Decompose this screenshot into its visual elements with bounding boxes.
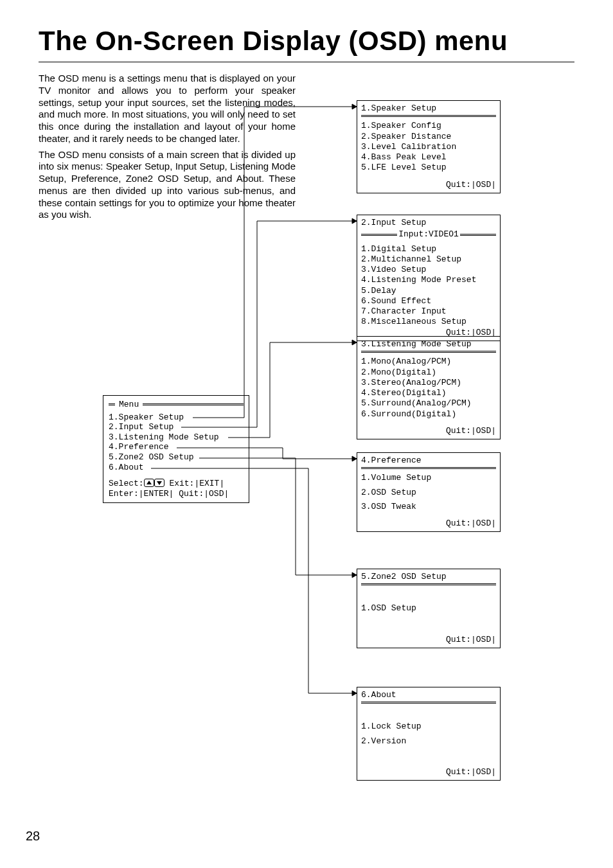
menu-item[interactable]: 1.Speaker Setup (109, 412, 244, 423)
submenu-title: 6.About (361, 690, 496, 700)
submenu-panel: 3.Listening Mode Setup1.Mono(Analog/PCM)… (357, 336, 501, 439)
svg-marker-5 (352, 691, 357, 696)
intro-block: The OSD menu is a settings menu that is … (39, 73, 296, 221)
submenu-items: 1.OSD Setup (361, 603, 496, 614)
menu-item[interactable]: 3.Listening Mode Setup (109, 432, 244, 443)
submenu-item[interactable]: 4.Bass Peak Level (361, 152, 496, 163)
svg-marker-3 (352, 456, 357, 461)
main-menu-items: 1.Speaker Setup 2.Input Setup 3.Listenin… (109, 412, 244, 473)
submenu-title: 2.Input Setup (361, 218, 496, 228)
submenu-items: 1.Speaker Config2.Speaker Distance3.Leve… (361, 121, 496, 173)
quit-label: Quit:|OSD| (361, 426, 496, 436)
submenu-item[interactable]: 1.Digital Setup (361, 244, 496, 254)
submenu-item[interactable]: 1.Volume Setup (361, 473, 496, 483)
title-rule (39, 62, 574, 62)
svg-marker-1 (352, 218, 357, 224)
submenu-rule (361, 583, 496, 585)
down-arrow-icon (154, 479, 164, 487)
submenu-items: 1.Lock Setup2.Version (361, 722, 496, 747)
svg-marker-0 (352, 104, 357, 109)
submenu-title: 1.Speaker Setup (361, 103, 496, 114)
rule-left (109, 403, 115, 405)
main-menu-title-row: Menu (109, 400, 244, 410)
footer-line-1: Select: Exit:|EXIT| (109, 479, 244, 489)
submenu-rule (361, 115, 496, 117)
page: The On-Screen Display (OSD) menu The OSD… (0, 0, 613, 868)
submenu-item[interactable]: 7.Character Input (361, 306, 496, 317)
quit-label: Quit:|OSD| (361, 518, 496, 529)
submenu-item[interactable]: 2.Mono(Digital) (361, 368, 496, 378)
submenu-title: 3.Listening Mode Setup (361, 339, 496, 350)
submenu-panel: 6.About1.Lock Setup2.VersionQuit:|OSD| (357, 687, 501, 781)
submenu-item[interactable]: 8.Miscellaneous Setup (361, 317, 496, 327)
intro-paragraph-2: The OSD menu consists of a main screen t… (39, 149, 296, 222)
submenu-panel: 5.Zone2 OSD Setup1.OSD SetupQuit:|OSD| (357, 569, 501, 648)
up-arrow-icon (144, 479, 154, 487)
submenu-item[interactable]: 3.Video Setup (361, 265, 496, 275)
footer-line-2: Enter:|ENTER| Quit:|OSD| (109, 489, 244, 499)
submenu-items: 1.Mono(Analog/PCM)2.Mono(Digital)3.Stere… (361, 357, 496, 420)
submenu-rule (361, 702, 496, 704)
quit-label: Quit:|OSD| (361, 180, 496, 190)
submenu-items: 1.Volume Setup2.OSD Setup3.OSD Tweak (361, 473, 496, 512)
submenu-item[interactable]: 3.OSD Tweak (361, 502, 496, 512)
submenu-item[interactable]: 3.Stereo(Analog/PCM) (361, 378, 496, 388)
submenu-item[interactable]: 1.Speaker Config (361, 121, 496, 131)
main-menu-footer: Select: Exit:|EXIT| Enter:|ENTER| Quit:|… (109, 479, 244, 499)
submenu-item[interactable]: 2.OSD Setup (361, 488, 496, 498)
submenu-item[interactable]: 3.Level Calibration (361, 142, 496, 152)
submenu-item[interactable]: 4.Listening Mode Preset (361, 275, 496, 285)
main-menu-panel: Menu 1.Speaker Setup 2.Input Setup 3.Lis… (103, 395, 249, 503)
page-number: 28 (26, 829, 40, 844)
submenu-item[interactable]: 6.Sound Effect (361, 296, 496, 306)
svg-marker-2 (352, 340, 357, 345)
submenu-item[interactable]: 5.LFE Level Setup (361, 163, 496, 173)
submenu-item[interactable]: 1.OSD Setup (361, 603, 496, 614)
submenu-banner: Input:VIDEO1 (361, 229, 496, 240)
rule-right (143, 403, 244, 405)
submenu-item[interactable]: 1.Lock Setup (361, 722, 496, 732)
submenu-item[interactable]: 2.Version (361, 736, 496, 747)
submenu-panel: 4.Preference1.Volume Setup2.OSD Setup3.O… (357, 452, 501, 532)
submenu-item[interactable]: 1.Mono(Analog/PCM) (361, 357, 496, 367)
submenu-item[interactable]: 5.Surround(Analog/PCM) (361, 398, 496, 409)
submenu-panel: 2.Input SetupInput:VIDEO11.Digital Setup… (357, 215, 501, 341)
intro-paragraph-1: The OSD menu is a settings menu that is … (39, 73, 296, 145)
submenu-title: 5.Zone2 OSD Setup (361, 572, 496, 582)
quit-label: Quit:|OSD| (361, 767, 496, 777)
quit-label: Quit:|OSD| (361, 635, 496, 645)
menu-item[interactable]: 6.About (109, 463, 244, 473)
submenu-rule (361, 351, 496, 353)
submenu-item[interactable]: 2.Multichannel Setup (361, 254, 496, 265)
submenu-title: 4.Preference (361, 456, 496, 466)
page-title: The On-Screen Display (OSD) menu (39, 26, 574, 57)
submenu-rule (361, 467, 496, 469)
menu-item[interactable]: 2.Input Setup (109, 422, 244, 432)
select-label: Select: (109, 479, 144, 488)
submenu-item[interactable]: 5.Delay (361, 286, 496, 296)
svg-marker-4 (352, 572, 357, 578)
main-menu-title: Menu (119, 400, 139, 410)
submenu-items: 1.Digital Setup2.Multichannel Setup3.Vid… (361, 244, 496, 328)
submenu-item[interactable]: 6.Surround(Digital) (361, 409, 496, 420)
menu-item[interactable]: 5.Zone2 OSD Setup (109, 452, 244, 463)
submenu-item[interactable]: 2.Speaker Distance (361, 132, 496, 142)
menu-item[interactable]: 4.Preference (109, 442, 244, 452)
submenu-panel: 1.Speaker Setup1.Speaker Config2.Speaker… (357, 100, 501, 193)
exit-label: Exit:|EXIT| (164, 479, 225, 488)
submenu-item[interactable]: 4.Stereo(Digital) (361, 388, 496, 398)
